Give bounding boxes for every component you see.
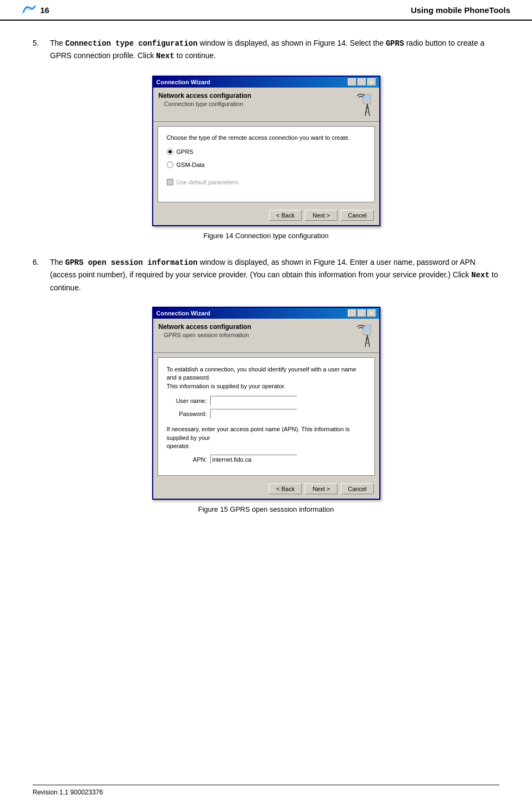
dialog-14-header-text: Network access configuration Connection … xyxy=(159,92,348,107)
password-row: Password: xyxy=(167,409,366,419)
tower-icon-15 xyxy=(348,323,374,349)
minimize-button-15[interactable]: _ xyxy=(348,309,356,317)
radio-gprs[interactable]: GPRS xyxy=(167,148,366,155)
svg-line-2 xyxy=(365,104,367,116)
next-button-15[interactable]: Next > xyxy=(305,483,337,494)
dialog-14-header-subtitle: Connection type configuration xyxy=(159,101,348,107)
footer-text: Revision 1.1 900023376 xyxy=(33,789,103,796)
password-label: Password: xyxy=(167,411,210,417)
dialog-14-choose-text: Choose the type of the remote access con… xyxy=(167,134,366,141)
step5-bold1: Connection type configuration xyxy=(65,39,198,48)
figure-15-dialog: Connection Wizard _ □ × Network access c… xyxy=(152,307,380,500)
figure-14-dialog: Connection Wizard _ □ × Network access c… xyxy=(152,76,380,226)
cancel-button-15[interactable]: Cancel xyxy=(341,483,373,494)
apn-label: APN: xyxy=(167,456,210,463)
username-input[interactable] xyxy=(210,396,297,406)
dialog-14-header-title: Network access configuration xyxy=(159,92,348,100)
svg-rect-7 xyxy=(364,326,370,332)
dialog-15-footer: < Back Next > Cancel xyxy=(153,480,379,499)
dialog-15-header: Network access configuration GPRS open s… xyxy=(153,319,379,353)
figure-14-container: Connection Wizard _ □ × Network access c… xyxy=(33,76,499,240)
next-button-14[interactable]: Next > xyxy=(305,210,337,221)
back-button-14[interactable]: < Back xyxy=(269,210,302,221)
step6-bold-next: Next xyxy=(471,271,490,280)
page-footer: Revision 1.1 900023376 xyxy=(33,785,499,796)
dialog-15-titlebar: Connection Wizard _ □ × xyxy=(153,308,379,319)
step5-bold2: GPRS xyxy=(386,39,404,48)
close-button-15[interactable]: × xyxy=(367,309,376,317)
page-title: Using mobile PhoneTools xyxy=(411,5,510,15)
checkbox-default-box[interactable] xyxy=(167,179,173,185)
radio-gsm-label: GSM-Data xyxy=(177,162,205,168)
dialog-15-info-text: To establish a connection, you should id… xyxy=(167,365,366,390)
cancel-button-14[interactable]: Cancel xyxy=(341,210,373,221)
step6-bold1: GPRS open session information xyxy=(65,258,198,267)
step-6-paragraph: 6. The GPRS open session information win… xyxy=(33,256,499,294)
radio-gprs-label: GPRS xyxy=(177,148,193,155)
figure-15-container: Connection Wizard _ □ × Network access c… xyxy=(33,307,499,513)
checkbox-default-params[interactable]: Use default parameters xyxy=(167,179,366,185)
figure-14-caption: Figure 14 Connection type configuration xyxy=(203,232,329,240)
radio-gprs-circle[interactable] xyxy=(167,148,173,155)
page-number: 16 xyxy=(40,5,49,15)
header-logo: 16 xyxy=(22,4,49,15)
dialog-14-titlebar: Connection Wizard _ □ × xyxy=(153,77,379,88)
close-button-14[interactable]: × xyxy=(367,78,376,86)
dialog-14-title: Connection Wizard xyxy=(157,79,211,85)
dialog-15-header-text: Network access configuration GPRS open s… xyxy=(159,323,348,338)
radio-gsm[interactable]: GSM-Data xyxy=(167,162,366,168)
back-button-15[interactable]: < Back xyxy=(269,483,302,494)
minimize-button-14[interactable]: _ xyxy=(348,78,356,86)
svg-rect-1 xyxy=(364,95,370,101)
maximize-button-14[interactable]: □ xyxy=(358,78,366,86)
svg-line-9 xyxy=(367,335,370,347)
logo-icon xyxy=(22,4,37,15)
password-input[interactable] xyxy=(210,409,297,419)
username-row: User name: xyxy=(167,396,366,406)
dialog-15-header-title: Network access configuration xyxy=(159,323,348,331)
apn-row: APN: xyxy=(167,455,366,464)
svg-line-3 xyxy=(367,104,370,116)
svg-line-8 xyxy=(365,335,367,347)
dialog-14-header: Network access configuration Connection … xyxy=(153,88,379,122)
dialog-15-apn-info: If necessary, enter your access point na… xyxy=(167,425,366,450)
dialog-14-content: Choose the type of the remote access con… xyxy=(158,126,375,202)
tower-icon-14 xyxy=(348,92,374,118)
page-header: 16 Using mobile PhoneTools xyxy=(0,0,532,21)
dialog-15-title: Connection Wizard xyxy=(157,310,211,316)
step5-bold-next: Next xyxy=(156,52,174,60)
titlebar-buttons-15: _ □ × xyxy=(348,309,376,317)
maximize-button-15[interactable]: □ xyxy=(358,309,366,317)
radio-gsm-circle[interactable] xyxy=(167,162,173,168)
titlebar-buttons-14: _ □ × xyxy=(348,78,376,86)
page-content: 5. The Connection type configuration win… xyxy=(0,32,532,562)
figure-15-caption: Figure 15 GPRS open sesssion information xyxy=(198,505,334,513)
step-6-number: 6. xyxy=(33,256,43,294)
step-5-text: The Connection type configuration window… xyxy=(50,37,499,63)
step-6-text: The GPRS open session information window… xyxy=(50,256,499,294)
checkbox-default-label: Use default parameters xyxy=(177,179,239,185)
username-label: User name: xyxy=(167,398,210,404)
dialog-15-header-subtitle: GPRS open session information xyxy=(159,332,348,338)
step-5-paragraph: 5. The Connection type configuration win… xyxy=(33,37,499,63)
dialog-14-footer: < Back Next > Cancel xyxy=(153,207,379,225)
step-5-number: 5. xyxy=(33,37,43,63)
dialog-15-content: To establish a connection, you should id… xyxy=(158,357,375,476)
apn-input[interactable] xyxy=(210,455,297,464)
